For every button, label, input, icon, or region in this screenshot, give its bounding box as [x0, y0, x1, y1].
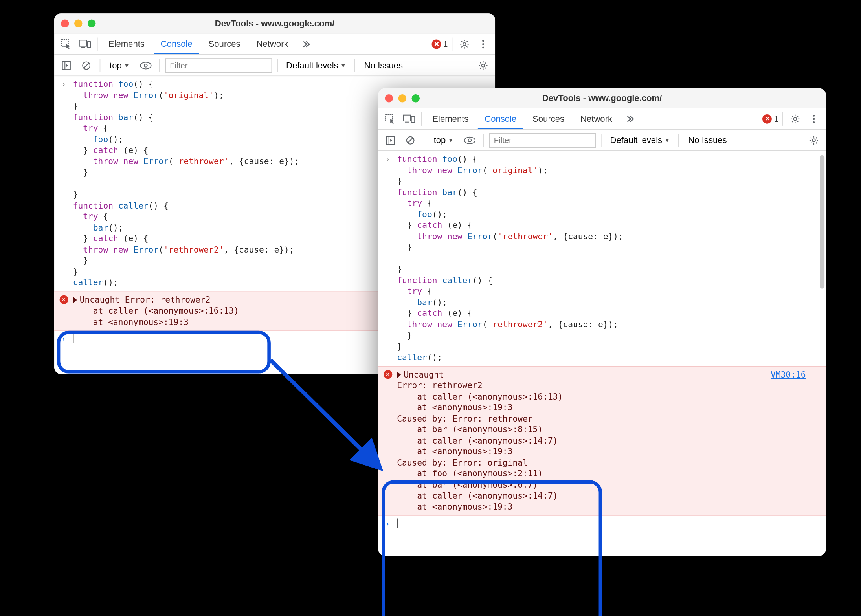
console-toolbar: top ▼ Default levels ▼ No Issues	[378, 130, 826, 151]
svg-point-21	[813, 118, 815, 120]
tabs-row: Elements Console Sources Network ✕ 1	[54, 33, 495, 55]
chevron-down-icon: ▼	[123, 62, 129, 69]
svg-point-7	[482, 46, 484, 48]
log-levels-selector[interactable]: Default levels ▼	[283, 59, 349, 72]
chevron-down-icon: ▼	[340, 62, 346, 69]
titlebar: DevTools - www.google.com/	[54, 13, 495, 33]
svg-rect-8	[62, 61, 70, 69]
issues-label[interactable]: No Issues	[684, 134, 731, 146]
svg-line-30	[270, 360, 377, 466]
svg-point-4	[463, 42, 466, 45]
svg-point-6	[482, 43, 484, 45]
chevron-right-icon: ›	[385, 519, 389, 531]
clear-console-icon[interactable]	[78, 57, 94, 73]
tabs-row: Elements Console Sources Network ✕ 1	[378, 108, 826, 130]
svg-point-27	[464, 137, 475, 143]
settings-icon[interactable]	[787, 111, 803, 127]
svg-rect-16	[403, 115, 411, 121]
svg-point-22	[813, 121, 815, 123]
svg-point-19	[793, 117, 796, 120]
svg-point-13	[144, 64, 147, 66]
context-selector[interactable]: top ▼	[430, 134, 457, 146]
sidebar-toggle-icon[interactable]	[382, 132, 398, 148]
levels-label: Default levels	[286, 60, 338, 70]
prompt-row[interactable]: ›	[378, 516, 826, 534]
levels-label: Default levels	[610, 135, 662, 145]
error-row[interactable]: ✕ Uncaught Error: rethrower2 at caller (…	[378, 366, 826, 516]
svg-rect-18	[411, 116, 415, 122]
svg-point-29	[812, 139, 815, 141]
console-input-row: › function foo() { throw new Error('orig…	[378, 151, 826, 366]
filter-input[interactable]	[489, 133, 596, 147]
error-count-number: 1	[443, 39, 447, 49]
console-body: › function foo() { throw new Error('orig…	[378, 151, 826, 556]
live-expression-icon[interactable]	[138, 57, 154, 73]
error-icon: ✕	[383, 370, 392, 378]
tab-network[interactable]: Network	[573, 110, 619, 128]
svg-rect-2	[81, 46, 85, 47]
svg-line-26	[408, 138, 413, 142]
filter-input[interactable]	[165, 58, 272, 72]
issues-label[interactable]: No Issues	[360, 59, 407, 72]
svg-rect-1	[79, 40, 86, 46]
zoom-button[interactable]	[411, 94, 419, 102]
code-block: function foo() { throw new Error('origin…	[397, 154, 826, 363]
svg-rect-3	[87, 41, 91, 47]
svg-point-5	[482, 40, 484, 42]
device-toolbar-icon[interactable]	[77, 36, 93, 52]
error-icon: ✕	[762, 114, 772, 123]
inspect-icon[interactable]	[382, 111, 398, 127]
chevron-right-icon: ›	[61, 334, 66, 346]
scrollbar[interactable]	[820, 155, 824, 289]
chevron-down-icon: ▼	[664, 137, 670, 143]
cursor	[397, 519, 398, 528]
log-levels-selector[interactable]: Default levels ▼	[607, 134, 673, 146]
window-title: DevTools - www.google.com/	[378, 93, 826, 103]
inspect-icon[interactable]	[58, 36, 74, 52]
tab-elements[interactable]: Elements	[101, 35, 151, 53]
more-tabs-icon[interactable]	[297, 36, 314, 52]
more-tabs-icon[interactable]	[621, 111, 637, 127]
error-count[interactable]: ✕ 1	[432, 39, 448, 49]
svg-rect-24	[386, 136, 389, 144]
clear-console-icon[interactable]	[402, 132, 418, 148]
svg-point-28	[468, 139, 471, 141]
chevron-right-icon: ›	[385, 154, 389, 363]
tab-sources[interactable]: Sources	[526, 110, 571, 128]
error-icon: ✕	[432, 39, 441, 49]
minimize-button[interactable]	[398, 94, 406, 102]
source-link[interactable]: VM30:16	[770, 369, 806, 380]
svg-rect-17	[405, 121, 409, 122]
console-settings-icon[interactable]	[806, 132, 822, 148]
error-count-number: 1	[774, 114, 778, 123]
titlebar: DevTools - www.google.com/	[378, 88, 826, 108]
minimize-button[interactable]	[74, 19, 82, 27]
error-icon: ✕	[59, 295, 68, 304]
close-button[interactable]	[61, 19, 69, 27]
svg-line-11	[84, 63, 88, 68]
tab-console[interactable]: Console	[478, 109, 523, 128]
context-selector[interactable]: top ▼	[105, 59, 133, 72]
settings-icon[interactable]	[456, 36, 472, 52]
svg-point-12	[140, 62, 151, 69]
window-title: DevTools - www.google.com/	[54, 18, 495, 28]
tab-sources[interactable]: Sources	[202, 35, 247, 53]
tab-elements[interactable]: Elements	[426, 110, 475, 128]
tab-console[interactable]: Console	[154, 35, 199, 54]
console-settings-icon[interactable]	[475, 57, 491, 73]
error-count[interactable]: ✕ 1	[762, 114, 778, 123]
error-text: Uncaught Error: rethrower2 at caller (<a…	[397, 369, 826, 513]
kebab-icon[interactable]	[475, 36, 491, 52]
live-expression-icon[interactable]	[462, 132, 478, 148]
chevron-down-icon: ▼	[448, 137, 453, 143]
chevron-right-icon: ›	[61, 80, 66, 288]
zoom-button[interactable]	[88, 19, 95, 27]
kebab-icon[interactable]	[806, 111, 822, 127]
sidebar-toggle-icon[interactable]	[58, 57, 74, 73]
devtools-window-after: DevTools - www.google.com/ Elements Cons…	[378, 88, 826, 556]
tab-network[interactable]: Network	[250, 35, 295, 53]
context-label: top	[110, 60, 122, 70]
console-toolbar: top ▼ Default levels ▼ No Issues	[54, 55, 495, 76]
close-button[interactable]	[385, 94, 393, 102]
device-toolbar-icon[interactable]	[401, 111, 417, 127]
